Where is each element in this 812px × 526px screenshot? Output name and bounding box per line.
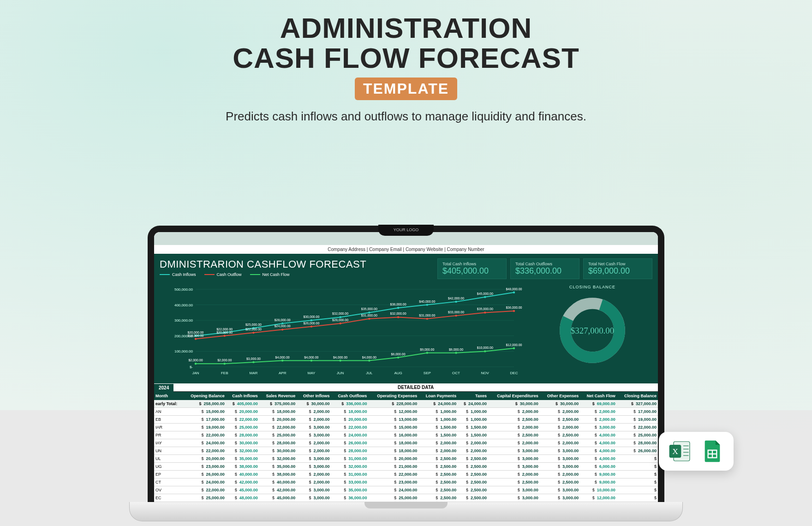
svg-text:JUL: JUL <box>366 371 373 375</box>
table-cell: $ 3,000.00 <box>488 486 540 494</box>
table-cell: $ 1,500.00 <box>458 431 488 439</box>
kpi-label: Total Net Cash Flow <box>588 262 647 266</box>
table-cell: $ 1,000.00 <box>418 408 458 416</box>
table-cell: $ 228,000.00 <box>368 400 418 408</box>
table-cell: $ 23,000.00 <box>368 478 418 486</box>
table-cell: $ 2,500.00 <box>418 463 458 471</box>
svg-point-82 <box>339 359 341 361</box>
table-cell: $ 10,000.00 <box>580 486 617 494</box>
svg-text:NOV: NOV <box>481 371 490 375</box>
table-cell: $ 22,000.00 <box>183 447 226 455</box>
table-cell: $ 2,500.00 <box>418 455 458 463</box>
table-cell: $ 22,000.00 <box>259 424 297 431</box>
svg-point-40 <box>426 304 428 305</box>
table-cell: $ 2,000.00 <box>458 447 488 455</box>
laptop-mockup: YOUR LOGO Company Address | Company Emai… <box>129 226 683 521</box>
table-cell: $ 18,000.00 <box>368 447 418 455</box>
kpi-inflows: Total Cash Inflows $405,000.00 <box>437 258 507 279</box>
table-cell: $ <box>617 463 658 471</box>
table-cell: $ 30,000.00 <box>259 447 297 455</box>
table-cell: $ 3,000.00 <box>580 424 617 431</box>
table-cell: IAR <box>154 424 183 431</box>
table-cell: $ 32,000.00 <box>226 447 259 455</box>
table-cell: $ 1,500.00 <box>458 424 488 431</box>
table-cell: $ 3,000.00 <box>488 447 540 455</box>
table-cell: $ 25,000.00 <box>617 431 658 439</box>
table-header: Loan Payments <box>418 392 458 400</box>
table-cell: $ 20,000.00 <box>331 416 369 424</box>
table-cell: $ 2,000.00 <box>488 471 540 478</box>
table-row: PR$ 22,000.00$ 28,000.00$ 25,000.00$ 3,0… <box>154 431 658 439</box>
svg-point-92 <box>484 350 486 352</box>
table-cell: $ 2,500.00 <box>488 478 540 486</box>
laptop-base <box>129 502 683 521</box>
table-cell: $ 31,000.00 <box>331 455 369 463</box>
table-cell: $ 2,500.00 <box>458 478 488 486</box>
table-cell: $ 2,000.00 <box>540 408 580 416</box>
hero-line1: ADMINISTRATION <box>0 13 812 43</box>
table-cell: $ 25,000.00 <box>183 494 226 502</box>
svg-text:$42,000.00: $42,000.00 <box>448 297 464 300</box>
table-header: Taxes <box>458 392 488 400</box>
svg-point-72 <box>195 363 197 365</box>
table-cell: $ 3,000.00 <box>297 431 331 439</box>
svg-text:300,000.00: 300,000.00 <box>174 318 193 323</box>
kpi-cards: Total Cash Inflows $405,000.00 Total Cas… <box>437 258 652 279</box>
table-cell: $ 24,000.00 <box>183 478 226 486</box>
table-cell: $ 12,000.00 <box>368 408 418 416</box>
table-cell: $ 3,000.00 <box>297 494 331 502</box>
table-cell: $ 25,000.00 <box>368 494 418 502</box>
table-cell: $ 25,000.00 <box>226 424 259 431</box>
svg-text:500,000.00: 500,000.00 <box>174 287 193 292</box>
svg-point-44 <box>484 296 486 298</box>
svg-point-46 <box>513 292 515 293</box>
table-cell: $ 2,000.00 <box>297 478 331 486</box>
svg-text:APR: APR <box>279 371 287 375</box>
table-cell: $ 9,000.00 <box>580 478 617 486</box>
svg-text:$30,000.00: $30,000.00 <box>303 315 319 318</box>
table-cell: $ 30,000.00 <box>488 400 540 408</box>
table-cell: $ 3,000.00 <box>540 455 580 463</box>
table-cell: $ 15,000.00 <box>183 408 226 416</box>
table-row: EB$ 17,000.00$ 22,000.00$ 20,000.00$ 2,0… <box>154 416 658 424</box>
table-cell: $ 2,000.00 <box>540 424 580 431</box>
svg-point-68 <box>484 311 486 313</box>
svg-text:$20,000.00: $20,000.00 <box>216 331 233 334</box>
table-cell: $ 23,000.00 <box>183 463 226 471</box>
svg-text:$40,000.00: $40,000.00 <box>419 300 435 303</box>
table-cell: $ 18,000.00 <box>331 408 369 416</box>
google-sheets-icon <box>699 438 725 464</box>
table-cell: $ 22,000.00 <box>183 431 226 439</box>
svg-text:DEC: DEC <box>510 371 518 375</box>
svg-text:AUG: AUG <box>394 371 402 375</box>
svg-text:$4,000.00: $4,000.00 <box>304 356 318 359</box>
table-row: IAY$ 24,000.00$ 30,000.00$ 28,000.00$ 2,… <box>154 439 658 447</box>
svg-text:$3,000.00: $3,000.00 <box>246 357 261 360</box>
table-cell: $ 9,000.00 <box>580 471 617 478</box>
table-cell: $ 28,000.00 <box>331 447 369 455</box>
svg-text:$33,000.00: $33,000.00 <box>448 311 464 314</box>
table-cell: $ 2,500.00 <box>488 416 540 424</box>
table-header: Sales Revenue <box>259 392 297 400</box>
company-info-line: Company Address | Company Email | Compan… <box>154 245 658 254</box>
table-cell: $ 2,000.00 <box>580 408 617 416</box>
table-cell: $ 3,000.00 <box>488 463 540 471</box>
table-header: Opening Balance <box>183 392 226 400</box>
svg-text:$22,000.00: $22,000.00 <box>245 328 262 331</box>
table-cell: $ 3,000.00 <box>297 424 331 431</box>
table-cell: $ 18,000.00 <box>259 408 297 416</box>
svg-text:SEP: SEP <box>424 371 431 375</box>
hero-title: ADMINISTRATION CASH FLOW FORECAST <box>0 13 812 73</box>
table-cell: $ 21,000.00 <box>368 463 418 471</box>
svg-point-50 <box>224 335 226 337</box>
svg-point-74 <box>224 363 226 365</box>
table-cell: $ 22,000.00 <box>368 471 418 478</box>
table-row: UL$ 20,000.00$ 35,000.00$ 32,000.00$ 3,0… <box>154 455 658 463</box>
table-cell: $ 22,000.00 <box>183 486 226 494</box>
table-cell: $ 2,500.00 <box>458 463 488 471</box>
table-cell: $ 3,000.00 <box>297 463 331 471</box>
svg-text:$36,000.00: $36,000.00 <box>506 306 522 309</box>
svg-text:$48,000.00: $48,000.00 <box>506 287 522 291</box>
table-cell: $ <box>617 494 658 502</box>
table-cell: $ 3,000.00 <box>540 486 580 494</box>
